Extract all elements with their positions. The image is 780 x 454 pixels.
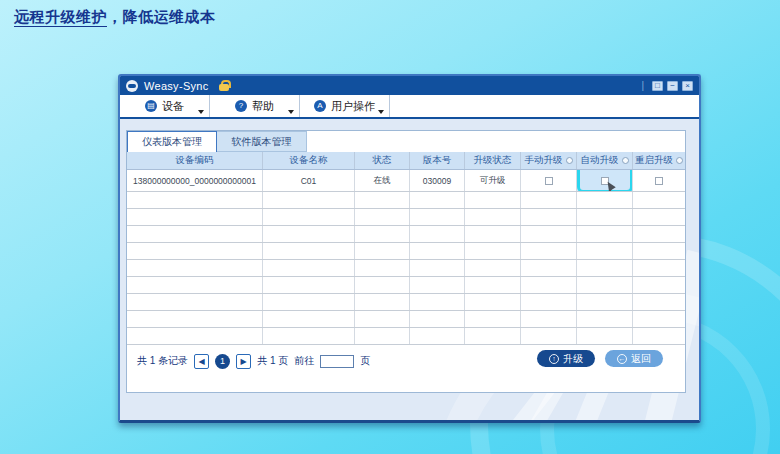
empty-cell (410, 311, 465, 327)
menu-user-operations[interactable]: A 用户操作 (300, 95, 390, 117)
empty-cell (355, 192, 410, 208)
page-title-rest: ，降低运维成本 (107, 8, 216, 25)
empty-cell (465, 311, 521, 327)
empty-cell (263, 277, 355, 293)
column-header-auto-upgrade: 自动升级 (577, 152, 633, 169)
next-page-button[interactable]: ▶ (236, 354, 251, 369)
user-icon: A (314, 100, 326, 112)
empty-cell (355, 226, 410, 242)
empty-cell (410, 260, 465, 276)
cell-restart-upgrade (633, 170, 685, 191)
empty-cell (127, 328, 263, 344)
empty-cell (127, 243, 263, 259)
restart-upgrade-select-all-checkbox[interactable] (676, 157, 683, 164)
close-button[interactable]: × (682, 81, 693, 91)
empty-cell (263, 311, 355, 327)
empty-cell (521, 243, 577, 259)
empty-cell (577, 209, 633, 225)
device-icon: ▤ (145, 100, 157, 112)
goto-label: 前往 (294, 354, 314, 368)
back-button[interactable]: ← 返回 (605, 350, 663, 367)
column-header-upgrade-status: 升级状态 (465, 152, 521, 169)
empty-cell (263, 328, 355, 344)
empty-cell (355, 311, 410, 327)
tab-instrument-version[interactable]: 仪表版本管理 (127, 131, 217, 152)
empty-cell (410, 226, 465, 242)
empty-cell (521, 192, 577, 208)
total-pages-label: 共 1 页 (257, 354, 288, 368)
empty-cell (465, 277, 521, 293)
empty-cell (263, 243, 355, 259)
table-row-empty (127, 328, 685, 345)
table-body: 138000000000_0000000000001 C01 在线 030009… (127, 170, 685, 345)
menu-device[interactable]: ▤ 设备 (120, 95, 210, 117)
app-logo-icon (126, 80, 138, 92)
window-titlebar: Weasy-Sync | □ − × (120, 76, 699, 95)
column-header-restart-upgrade-label: 重启升级 (635, 154, 673, 167)
empty-cell (465, 328, 521, 344)
column-header-version: 版本号 (410, 152, 465, 169)
menu-bar: ▤ 设备 ? 帮助 A 用户操作 (120, 95, 699, 119)
table-row: 138000000000_0000000000001 C01 在线 030009… (127, 170, 685, 192)
menu-help[interactable]: ? 帮助 (210, 95, 300, 117)
empty-cell (263, 209, 355, 225)
empty-cell (355, 209, 410, 225)
upgrade-arrow-icon: ↑ (549, 354, 559, 364)
window-content-panel: 仪表版本管理 软件版本管理 设备编码 设备名称 状态 版本号 升级状态 手动升级… (120, 119, 699, 420)
empty-cell (355, 328, 410, 344)
page-title: 远程升级维护，降低运维成本 (14, 8, 216, 27)
empty-cell (521, 226, 577, 242)
column-header-restart-upgrade: 重启升级 (633, 152, 685, 169)
total-records-label: 共 1 条记录 (137, 354, 188, 368)
restart-upgrade-checkbox[interactable] (655, 177, 663, 185)
auto-upgrade-select-all-checkbox[interactable] (622, 157, 629, 164)
controls-divider: | (641, 80, 644, 91)
content-card: 仪表版本管理 软件版本管理 设备编码 设备名称 状态 版本号 升级状态 手动升级… (126, 130, 686, 393)
empty-cell (521, 260, 577, 276)
auto-upgrade-checkbox[interactable] (601, 177, 609, 185)
empty-cell (127, 192, 263, 208)
chevron-down-icon (288, 110, 294, 114)
empty-cell (263, 226, 355, 242)
table-row-empty (127, 294, 685, 311)
previous-page-button[interactable]: ◀ (194, 354, 209, 369)
help-icon: ? (235, 100, 247, 112)
cell-device-code: 138000000000_0000000000001 (127, 170, 263, 191)
cell-device-name: C01 (263, 170, 355, 191)
menu-user-operations-label: 用户操作 (331, 99, 375, 114)
empty-cell (355, 277, 410, 293)
empty-cell (633, 209, 685, 225)
chevron-down-icon (378, 110, 384, 114)
empty-cell (127, 311, 263, 327)
maximize-button[interactable]: □ (652, 81, 663, 91)
cell-version: 030009 (410, 170, 465, 191)
empty-cell (127, 294, 263, 310)
page-unit-label: 页 (360, 354, 370, 368)
action-buttons: ↑ 升级 ← 返回 (537, 350, 663, 367)
cell-status: 在线 (355, 170, 410, 191)
manual-upgrade-select-all-checkbox[interactable] (566, 157, 573, 164)
table-row-empty (127, 311, 685, 328)
tab-bar: 仪表版本管理 软件版本管理 (127, 131, 685, 152)
cell-manual-upgrade (521, 170, 577, 191)
current-page-indicator[interactable]: 1 (215, 354, 230, 369)
empty-cell (465, 243, 521, 259)
minimize-button[interactable]: − (667, 81, 678, 91)
tab-software-version[interactable]: 软件版本管理 (217, 131, 307, 152)
empty-cell (263, 260, 355, 276)
page-background: 远程升级维护，降低运维成本 Weasy-Sync | □ − × ▤ 设备 ? … (0, 0, 780, 454)
empty-cell (355, 243, 410, 259)
table-row-empty (127, 209, 685, 226)
column-header-auto-upgrade-label: 自动升级 (581, 154, 619, 167)
empty-cell (410, 209, 465, 225)
goto-page-input[interactable] (320, 355, 354, 368)
column-header-manual-upgrade: 手动升级 (521, 152, 577, 169)
manual-upgrade-checkbox[interactable] (545, 177, 553, 185)
empty-cell (633, 226, 685, 242)
empty-cell (633, 311, 685, 327)
table-header: 设备编码 设备名称 状态 版本号 升级状态 手动升级 自动升级 重启升级 (127, 152, 685, 170)
upgrade-button[interactable]: ↑ 升级 (537, 350, 595, 367)
empty-cell (465, 226, 521, 242)
pagination-bar: 共 1 条记录 ◀ 1 ▶ 共 1 页 前往 页 (137, 352, 370, 370)
empty-cell (577, 260, 633, 276)
